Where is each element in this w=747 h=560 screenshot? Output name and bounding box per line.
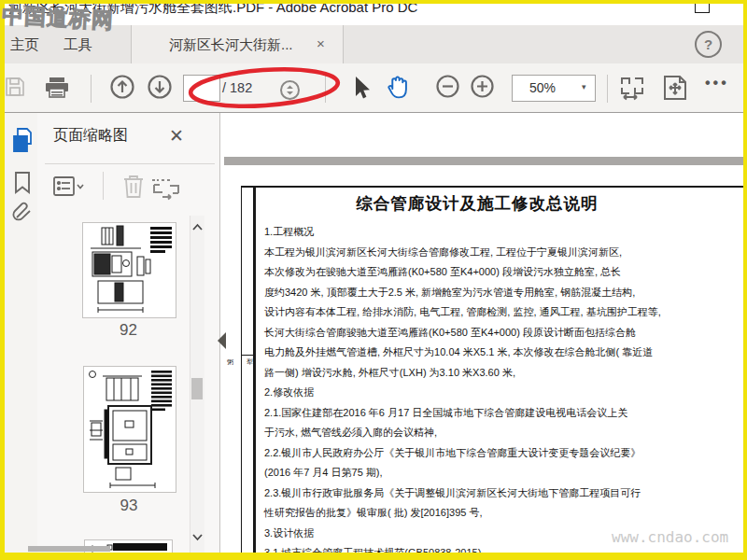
zoom-in-icon[interactable]	[470, 74, 495, 99]
tab-close-icon[interactable]: ×	[317, 35, 325, 52]
zoom-level-dropdown[interactable]: 50% ▾	[512, 75, 596, 102]
next-page-icon[interactable]	[147, 74, 173, 100]
navigation-pane-strip	[5, 113, 38, 553]
tab-document-label: 河新区长河大街新...	[169, 25, 293, 63]
drawing-frame-top	[241, 186, 743, 188]
zoom-level-value: 50%	[529, 80, 556, 95]
capture-frame-bottom	[0, 553, 747, 560]
capture-frame-right	[743, 0, 747, 560]
capture-frame-top	[0, 0, 747, 4]
thumbnail-image	[84, 367, 176, 492]
tab-bar: 主页 工具 河新区长河大街新... × ?	[5, 25, 743, 64]
doc-line: 1.工程概况	[264, 222, 742, 243]
doc-line: 设计内容有本体工程, 给排水消防, 电气工程, 管廊检测, 监控, 通风工程, …	[264, 302, 742, 323]
page-thumbnails-icon[interactable]	[10, 127, 36, 155]
scroll-up-icon[interactable]	[191, 223, 204, 231]
thumbnail-options-icon[interactable]	[52, 175, 84, 199]
scrolling-mode-icon[interactable]	[618, 75, 646, 101]
chevron-down-icon: ▾	[582, 82, 586, 91]
panel-divider	[45, 163, 215, 164]
attachments-icon[interactable]	[10, 199, 35, 227]
capture-frame-left	[0, 0, 5, 560]
thumbnail-label[interactable]: 92	[82, 321, 175, 340]
more-tools-icon[interactable]: •••	[705, 75, 729, 91]
thumbnail-page-92[interactable]	[82, 222, 176, 318]
scroll-down-icon[interactable]	[191, 533, 204, 541]
zoom-out-icon[interactable]	[435, 74, 460, 99]
drawing-frame-left-thick	[253, 186, 256, 553]
main-toolbar: / 182 50% ▾	[5, 63, 743, 113]
doc-line: 2.3.银川市行政审批服务局《关于调整银川滨河新区长河大街地下管廊工程项目可行	[264, 483, 742, 504]
save-icon[interactable]	[5, 77, 25, 97]
drawing-frame-left-thin	[241, 186, 242, 553]
bookmarks-icon[interactable]	[12, 171, 33, 195]
title-bar: 河新区长河大街新增污水舱全套图纸.PDF - Adobe Acrobat Pro…	[5, 4, 743, 25]
collapse-panel-icon[interactable]	[218, 332, 226, 349]
document-view[interactable]: 粥 犁 综合管廊设计及施工修改总说明 1.工程概况 本工程为银川滨河新区长河大街…	[220, 113, 743, 553]
doc-line: 长河大街综合管廊骏驰大道至鸿雁路(K0+580 至K4+000) 段原设计断面包…	[264, 323, 742, 343]
acrobat-window: 河新区长河大街新增污水舱全套图纸.PDF - Adobe Acrobat Pro…	[0, 0, 747, 560]
doc-line: 度约3420 米, 顶部覆土大于2.5 米, 新增舱室为污水管道专用舱室, 钢筋…	[264, 283, 742, 303]
fit-page-icon[interactable]	[661, 74, 689, 102]
select-cursor-icon[interactable]	[349, 75, 372, 101]
toolbar-separator	[91, 75, 92, 103]
title-block-marks: 粥 犁	[227, 357, 259, 367]
panel-title: 页面缩略图	[53, 126, 128, 146]
toolbar-separator	[607, 75, 608, 103]
watermark-site-url: www.cndao.com	[612, 528, 728, 546]
doc-line: 性研究报告的批复》银审服( 批) 发[2016]395 号,	[264, 503, 742, 524]
doc-line: 电力舱及外挂燃气管道槽, 外框尺寸为10.04 米X5.1 米, 本次修改在综合…	[264, 343, 742, 363]
thumbnail-label[interactable]: 93	[83, 497, 175, 515]
previous-page-icon[interactable]	[109, 74, 135, 100]
panel-toolbar-separator	[103, 172, 104, 200]
page-gap	[224, 157, 743, 165]
drawing-frame-cross	[241, 355, 255, 356]
print-icon[interactable]	[44, 77, 70, 99]
red-circle-annotation	[182, 63, 350, 112]
crop-pages-icon[interactable]	[150, 173, 182, 201]
horizontal-scrollbar-thumb[interactable]	[28, 546, 110, 552]
doc-line: 于污水, 燃气管线必须入廊的会议精神,	[264, 423, 742, 443]
delete-pages-icon[interactable]	[121, 173, 146, 201]
watermark-site-name: 中国道桥网	[1, 1, 114, 35]
document-title: 综合管廊设计及施工修改总说明	[276, 192, 678, 215]
doc-line: (2016 年7 月4 日第75 期),	[264, 463, 742, 483]
hand-tool-icon[interactable]	[383, 73, 413, 103]
scrollbar-thumb[interactable]	[191, 378, 203, 399]
tab-document[interactable]: 河新区长河大街新... ×	[131, 25, 344, 63]
help-icon[interactable]: ?	[695, 31, 722, 58]
doc-line: 2.修改依据	[264, 383, 742, 403]
thumbnail-page-93[interactable]	[83, 366, 176, 493]
document-text: 1.工程概况 本工程为银川滨河新区长河大街综合管廊修改工程, 工程位于宁夏银川滨…	[264, 222, 742, 553]
panel-close-icon[interactable]: ✕	[169, 125, 184, 147]
maximize-button[interactable]	[695, 4, 710, 13]
doc-line: 本工程为银川滨河新区长河大街综合管廊修改工程, 工程位于宁夏银川滨河新区,	[264, 243, 742, 263]
doc-line: 2.1.国家住建部在2016 年6 月17 日全国城市地下综合管廊建设电视电话会…	[264, 403, 742, 424]
doc-line: 路一侧) 增设污水舱, 外框尺寸(LXH) 为3.10 米X3.60 米,	[264, 363, 742, 384]
doc-line: 2.2.银川市人民政府办公厅《关于银川市地下综合管廊重大设计变更专题会议纪要》	[264, 443, 742, 464]
thumbnail-image	[83, 223, 176, 317]
doc-line: 本次修改为在骏驰大道至鸿雁路(K0+580 至K4+000) 段增设污水独立舱室…	[264, 262, 742, 283]
page-thumbnails-panel: 页面缩略图 ✕	[37, 113, 219, 553]
